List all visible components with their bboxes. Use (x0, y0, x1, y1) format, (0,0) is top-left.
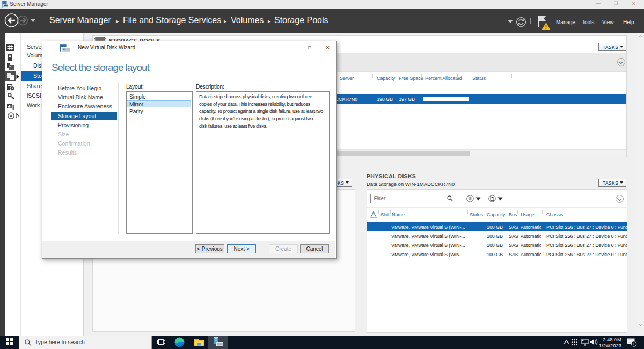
svg-text:1: 1 (633, 342, 635, 346)
